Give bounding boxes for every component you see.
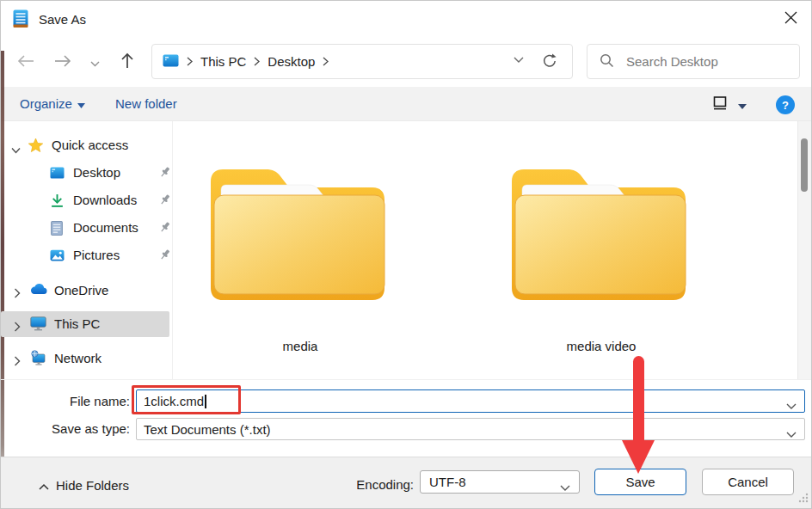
sidebar-item-pictures[interactable]: Pictures (73, 242, 120, 268)
save-button-label: Save (625, 475, 655, 489)
save-as-type-value: Text Documents (*.txt) (144, 422, 271, 437)
question-mark-icon: ? (782, 99, 789, 112)
refresh-button[interactable] (541, 52, 558, 70)
content-separator (1, 379, 812, 380)
document-icon (51, 221, 63, 238)
address-bar[interactable]: This PC Desktop (151, 44, 573, 79)
breadcrumb-chevron-icon[interactable] (254, 54, 260, 69)
encoding-value: UTF-8 (429, 475, 466, 489)
hide-folders-label: Hide Folders (56, 478, 129, 493)
forward-arrow-icon (53, 53, 72, 71)
sidebar-divider (172, 121, 173, 379)
encoding-select[interactable]: UTF-8 (420, 470, 580, 494)
organize-label: Organize (20, 87, 72, 121)
this-pc-small-icon (163, 54, 179, 70)
pin-icon[interactable] (159, 248, 171, 264)
expand-chevron-right-icon[interactable] (14, 320, 21, 334)
pin-icon[interactable] (159, 166, 171, 181)
chevron-up-icon (39, 478, 49, 493)
save-button[interactable]: Save (594, 469, 686, 495)
file-label: media (207, 339, 393, 353)
window-title: Save As (39, 1, 86, 39)
search-input[interactable] (624, 53, 799, 70)
breadcrumb-chevron-icon[interactable] (323, 54, 329, 69)
pictures-icon (50, 249, 65, 264)
new-folder-button[interactable]: New folder (115, 87, 177, 121)
notepad-app-icon (10, 9, 31, 32)
recent-locations-button[interactable] (85, 52, 104, 71)
save-as-type-select[interactable]: Text Documents (*.txt) (136, 418, 805, 440)
sidebar-item-this-pc[interactable]: This PC (54, 311, 100, 337)
sidebar-item-desktop[interactable]: Desktop (73, 160, 120, 186)
file-tile-media[interactable]: media (207, 159, 393, 353)
folder-icon (508, 290, 694, 304)
close-button[interactable] (774, 5, 807, 33)
hide-folders-button[interactable]: Hide Folders (39, 473, 129, 497)
cancel-button[interactable]: Cancel (702, 469, 794, 495)
monitor-icon (30, 316, 46, 334)
new-folder-label: New folder (115, 87, 177, 121)
view-mode-dropdown[interactable] (735, 97, 750, 111)
expand-chevron-right-icon[interactable] (14, 286, 21, 301)
up-arrow-icon (120, 52, 135, 72)
address-dropdown-button[interactable] (514, 57, 524, 64)
breadcrumb-chevron-icon[interactable] (187, 54, 193, 69)
dropdown-caret-icon (738, 97, 747, 112)
sidebar-item-downloads[interactable]: Downloads (73, 187, 137, 213)
onedrive-cloud-icon (30, 283, 48, 297)
pin-icon[interactable] (159, 193, 171, 209)
save-as-type-label: Save as type: (1, 417, 130, 441)
network-icon (30, 350, 46, 368)
sidebar-item-network[interactable]: Network (54, 346, 102, 371)
organize-button[interactable]: Organize (20, 87, 85, 121)
search-box[interactable] (587, 44, 800, 79)
desktop-icon (50, 167, 65, 181)
chevron-down-icon (786, 426, 797, 441)
file-name-input[interactable]: 1click.cmd (136, 389, 805, 413)
encoding-label: Encoding: (348, 473, 414, 497)
dropdown-caret-icon (77, 87, 85, 121)
help-button[interactable]: ? (776, 95, 795, 114)
large-icons-view-icon (713, 96, 729, 113)
file-name-value: 1click.cmd (144, 394, 204, 408)
chevron-down-icon (560, 480, 570, 494)
desktop-edge-artifact (1, 51, 4, 481)
expand-chevron-right-icon[interactable] (14, 354, 21, 369)
star-icon (28, 138, 44, 156)
breadcrumb-desktop[interactable]: Desktop (268, 54, 315, 69)
chevron-down-icon[interactable] (786, 398, 797, 413)
folder-icon (207, 290, 393, 304)
pin-icon[interactable] (159, 221, 171, 236)
file-tile-media-video[interactable]: media video (508, 159, 694, 353)
back-arrow-icon (16, 53, 35, 71)
chevron-down-icon (90, 55, 100, 70)
scrollbar-thumb[interactable] (801, 138, 808, 192)
downloads-icon (50, 193, 65, 211)
view-mode-button[interactable] (710, 94, 732, 114)
sidebar-item-quick-access[interactable]: Quick access (52, 132, 128, 158)
close-icon (784, 11, 797, 27)
expand-chevron-down-icon[interactable] (11, 142, 21, 156)
sidebar-item-documents[interactable]: Documents (73, 215, 138, 241)
text-caret (205, 395, 206, 408)
back-button[interactable] (13, 49, 39, 75)
cancel-button-label: Cancel (728, 475, 768, 489)
save-as-dialog: Save As (0, 0, 812, 509)
file-name-label: File name: (1, 389, 130, 414)
search-icon (600, 53, 614, 71)
forward-button[interactable] (50, 49, 76, 75)
resize-grip[interactable] (797, 491, 809, 506)
sidebar-item-onedrive[interactable]: OneDrive (54, 278, 108, 304)
breadcrumb-this-pc[interactable]: This PC (200, 54, 246, 69)
file-label: media video (508, 339, 694, 353)
up-button[interactable] (114, 49, 140, 75)
